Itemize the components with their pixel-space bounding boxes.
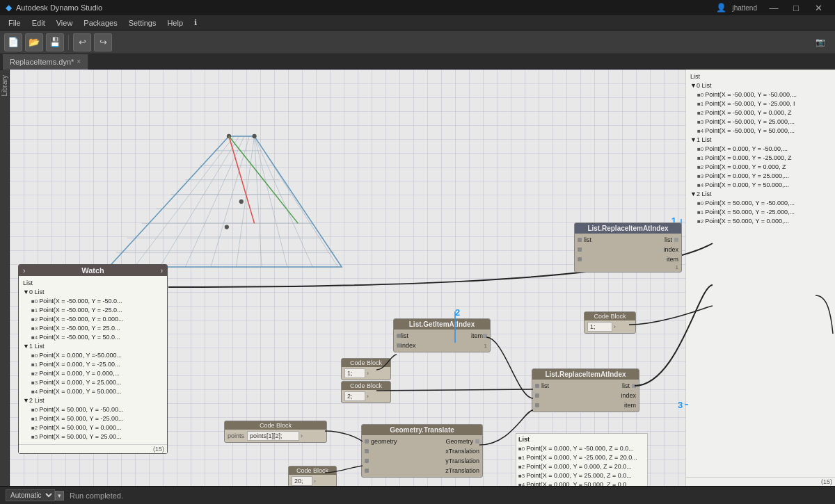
code-block-top-input[interactable] — [587, 322, 612, 332]
code-block-points-input[interactable] — [247, 431, 299, 441]
output-line-21: ■1Point(X = 50.000, Y = -25.000,... — [690, 208, 831, 217]
list-replace-mid-header: List.ReplaceItemAtIndex — [532, 369, 639, 380]
close-button[interactable]: ✕ — [807, 0, 829, 15]
run-mode-arrow[interactable]: ▾ — [55, 491, 64, 501]
watch-line-03: ■3Point(X = -50.000, Y = 25.0... — [23, 324, 163, 333]
geometry-translate-row-geo: geometry Geometry — [362, 437, 482, 446]
redo-button[interactable]: ↪ — [94, 33, 112, 51]
callout-3: 3 — [678, 400, 683, 410]
svg-point-22 — [252, 134, 256, 138]
save-button[interactable]: 💾 — [46, 33, 64, 51]
code-block-points-header: Code Block — [225, 421, 326, 430]
svg-point-24 — [225, 225, 229, 229]
toolbar-separator — [68, 35, 69, 50]
list-getitem-body: list item index 1 — [394, 330, 490, 352]
svg-line-11 — [134, 136, 234, 267]
watch-line-11: ■1Point(X = 0.000, Y = -25.00... — [23, 360, 163, 369]
list-replace-top-label-list-out: list — [665, 236, 672, 243]
watch-line-22: ■2Point(X = 50.000, Y = 0.000... — [23, 423, 163, 432]
tab-close-button[interactable]: × — [77, 58, 81, 65]
list-replace-top-label-index: index — [663, 246, 678, 253]
list-getitem-row-index: index 1 — [394, 341, 490, 350]
watch-port-in[interactable]: › — [23, 267, 25, 275]
watch-line-13: ■3Point(X = 0.000, Y = 25.000... — [23, 378, 163, 387]
list-popup: List ■0Point(X = 0.000, Y = -50.000, Z =… — [516, 433, 648, 486]
svg-line-17 — [255, 136, 287, 267]
output-panel: List ▼0 List ■0Point(X = -50.000, Y = -5… — [685, 70, 835, 486]
code-block-20-body: › — [289, 475, 336, 486]
watch-port-out[interactable]: › — [161, 267, 163, 275]
svg-line-16 — [255, 136, 262, 267]
list-popup-title: List — [518, 436, 645, 443]
list-replace-top-label-list-in: list — [584, 236, 591, 243]
list-getitem-label-index: index — [401, 342, 416, 349]
code-block-2-input[interactable] — [344, 391, 365, 401]
canvas[interactable]: ⌂ ⊞ ⊡ + − + — [10, 70, 835, 486]
output-line-22: ■2Point(X = 50.000, Y = 0.000,... — [690, 217, 831, 226]
output-line-03: ■3Point(X = -50.000, Y = 25.000,... — [690, 117, 831, 127]
watch-line-04: ■4Point(X = -50.000, Y = 50.0... — [23, 333, 163, 342]
list-replace-mid-label-out: list — [622, 382, 630, 389]
watch-line-0list: ▼0 List — [23, 288, 163, 297]
watch-line-2list: ▼2 List — [23, 396, 163, 405]
list-replace-mid-label-item: item — [624, 402, 636, 409]
geometry-translate-label-x: xTranslation — [445, 448, 479, 455]
output-line-0list: ▼0 List — [690, 81, 831, 90]
svg-line-13 — [185, 136, 244, 267]
maximize-button[interactable]: □ — [785, 0, 807, 15]
menu-file[interactable]: File — [3, 17, 26, 29]
code-block-2-body: › — [342, 390, 390, 403]
toolbar: 📄 📂 💾 ↩ ↪ 📷 — [0, 31, 835, 54]
list-replace-top-row-list: list list — [575, 235, 681, 245]
output-footer: (15) — [686, 477, 835, 486]
menu-help[interactable]: Help — [161, 17, 189, 29]
output-line-1list: ▼1 List — [690, 136, 831, 145]
tabbar: ReplaceItems.dyn* × — [0, 54, 835, 70]
menu-view[interactable]: View — [51, 17, 79, 29]
titlebar-controls: — □ ✕ — [763, 0, 829, 15]
geometry-translate-header: Geometry.Translate — [362, 425, 482, 435]
code-block-1-input[interactable] — [344, 368, 365, 378]
code-block-20-port-out: › — [314, 478, 316, 485]
geometry-translate-node: Geometry.Translate geometry Geometry xTr… — [361, 424, 483, 478]
run-mode-select[interactable]: Automatic Manual — [6, 489, 55, 501]
sidebar-label: Library — [1, 75, 8, 97]
list-replace-mid-body: list list index item — [532, 380, 639, 412]
geometry-translate-label-y: yTranslation — [445, 457, 479, 464]
watch-node: › Watch › List ▼0 List ■0Point(X = -50.0… — [18, 264, 168, 454]
code-block-20-input[interactable] — [292, 476, 312, 486]
new-button[interactable]: 📄 — [4, 33, 22, 51]
undo-button[interactable]: ↩ — [73, 33, 91, 51]
list-replace-mid-row-index: index — [532, 391, 639, 400]
code-block-1-header: Code Block — [342, 359, 390, 367]
output-line-list: List — [690, 72, 831, 81]
minimize-button[interactable]: — — [763, 0, 785, 15]
watch-body: List ▼0 List ■0Point(X = -50.000, Y = -5… — [19, 276, 167, 444]
user-icon: 👤 — [716, 3, 726, 13]
code-block-20-header: Code Block — [289, 466, 336, 475]
geometry-translate-row-y: yTranslation — [362, 456, 482, 466]
watch-line-21: ■1Point(X = 50.000, Y = -25.00... — [23, 414, 163, 423]
watch-line-20: ■0Point(X = 50.000, Y = -50.00... — [23, 405, 163, 414]
list-replace-top-footer-num: 1 — [575, 264, 681, 270]
menu-settings[interactable]: Settings — [123, 17, 162, 29]
menu-info[interactable]: ℹ — [189, 17, 202, 29]
titlebar-right: 👤 jhattend — □ ✕ — [716, 0, 829, 15]
menu-edit[interactable]: Edit — [26, 17, 51, 29]
code-block-1-port-out: › — [367, 370, 369, 377]
list-replace-mid-node: List.ReplaceItemAtIndex list list index … — [532, 368, 639, 412]
code-block-points-port-out: › — [301, 432, 303, 439]
list-replace-top-header: List.ReplaceItemAtIndex — [575, 223, 681, 234]
code-block-20-node: Code Block › — [288, 466, 337, 486]
output-body: List ▼0 List ■0Point(X = -50.000, Y = -5… — [686, 70, 835, 229]
tab-replaceitems[interactable]: ReplaceItems.dyn* × — [3, 54, 88, 70]
svg-line-18 — [255, 136, 313, 267]
output-line-2list: ▼2 List — [690, 190, 831, 199]
open-button[interactable]: 📂 — [25, 33, 43, 51]
output-line-13: ■3Point(X = 0.000, Y = 25.000,... — [690, 172, 831, 181]
output-line-14: ■4Point(X = 0.000, Y = 50.000,... — [690, 181, 831, 190]
output-line-02: ■2Point(X = -50.000, Y = 0.000, Z — [690, 108, 831, 117]
code-block-top-header: Code Block — [584, 312, 635, 320]
menu-packages[interactable]: Packages — [78, 17, 122, 29]
code-block-1-body: › — [342, 367, 390, 380]
